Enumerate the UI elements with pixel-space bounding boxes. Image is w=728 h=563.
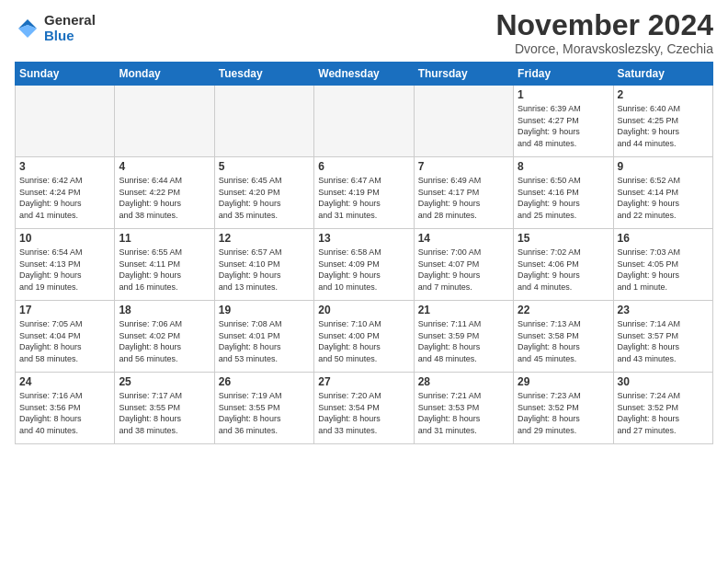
day-info: Sunrise: 6:49 AM Sunset: 4:17 PM Dayligh…: [418, 175, 509, 221]
day-number: 19: [219, 304, 310, 316]
day-number: 15: [518, 232, 609, 245]
calendar-cell: 11Sunrise: 6:55 AM Sunset: 4:11 PM Dayli…: [115, 229, 214, 301]
day-number: 4: [119, 160, 210, 173]
page: General Blue November 2024 Dvorce, Morav…: [0, 0, 728, 454]
day-info: Sunrise: 7:19 AM Sunset: 3:55 PM Dayligh…: [219, 390, 310, 436]
calendar-cell: 22Sunrise: 7:13 AM Sunset: 3:58 PM Dayli…: [514, 301, 613, 373]
day-number: 29: [518, 375, 609, 388]
day-info: Sunrise: 7:13 AM Sunset: 3:58 PM Dayligh…: [518, 318, 609, 364]
day-number: 11: [119, 232, 210, 245]
day-number: 1: [518, 88, 609, 101]
day-info: Sunrise: 7:21 AM Sunset: 3:53 PM Dayligh…: [418, 390, 509, 436]
day-number: 24: [19, 375, 110, 388]
day-info: Sunrise: 6:52 AM Sunset: 4:14 PM Dayligh…: [618, 175, 709, 221]
day-info: Sunrise: 6:54 AM Sunset: 4:13 PM Dayligh…: [19, 247, 110, 293]
day-number: 26: [219, 375, 310, 388]
logo-line1: General: [44, 13, 96, 29]
calendar-cell: 18Sunrise: 7:06 AM Sunset: 4:02 PM Dayli…: [115, 301, 214, 373]
day-number: 9: [618, 160, 709, 173]
day-info: Sunrise: 7:02 AM Sunset: 4:06 PM Dayligh…: [518, 247, 609, 293]
day-info: Sunrise: 7:03 AM Sunset: 4:05 PM Dayligh…: [618, 247, 709, 293]
day-info: Sunrise: 7:24 AM Sunset: 3:52 PM Dayligh…: [618, 390, 709, 436]
day-number: 12: [219, 232, 310, 245]
day-number: 18: [119, 304, 210, 316]
day-number: 20: [318, 304, 409, 316]
day-number: 21: [418, 304, 509, 316]
day-number: 14: [418, 232, 509, 245]
calendar-cell: 1Sunrise: 6:39 AM Sunset: 4:27 PM Daylig…: [514, 86, 613, 157]
calendar-cell: 13Sunrise: 6:58 AM Sunset: 4:09 PM Dayli…: [314, 229, 414, 301]
day-info: Sunrise: 7:08 AM Sunset: 4:01 PM Dayligh…: [219, 318, 310, 364]
day-number: 13: [318, 232, 409, 245]
calendar-cell: 26Sunrise: 7:19 AM Sunset: 3:55 PM Dayli…: [214, 373, 313, 444]
calendar-cell: 15Sunrise: 7:02 AM Sunset: 4:06 PM Dayli…: [514, 229, 613, 301]
calendar-table: Sunday Monday Tuesday Wednesday Thursday…: [15, 62, 713, 444]
day-number: 23: [618, 304, 709, 316]
day-info: Sunrise: 7:10 AM Sunset: 4:00 PM Dayligh…: [318, 318, 409, 364]
header-tuesday: Tuesday: [214, 63, 313, 86]
day-info: Sunrise: 6:55 AM Sunset: 4:11 PM Dayligh…: [119, 247, 210, 293]
calendar-cell: 3Sunrise: 6:42 AM Sunset: 4:24 PM Daylig…: [16, 157, 115, 229]
calendar-cell: 30Sunrise: 7:24 AM Sunset: 3:52 PM Dayli…: [613, 373, 712, 444]
location-subtitle: Dvorce, Moravskoslezsky, Czechia: [495, 41, 713, 56]
day-number: 17: [19, 304, 110, 316]
day-info: Sunrise: 6:40 AM Sunset: 4:25 PM Dayligh…: [618, 103, 709, 149]
day-info: Sunrise: 7:17 AM Sunset: 3:55 PM Dayligh…: [119, 390, 210, 436]
month-title: November 2024: [495, 9, 713, 41]
logo: General Blue: [15, 13, 96, 43]
day-number: 28: [418, 375, 509, 388]
day-number: 10: [19, 232, 110, 245]
day-number: 16: [618, 232, 709, 245]
calendar-cell: 21Sunrise: 7:11 AM Sunset: 3:59 PM Dayli…: [414, 301, 513, 373]
day-info: Sunrise: 7:14 AM Sunset: 3:57 PM Dayligh…: [618, 318, 709, 364]
header-thursday: Thursday: [414, 63, 513, 86]
day-info: Sunrise: 7:06 AM Sunset: 4:02 PM Dayligh…: [119, 318, 210, 364]
day-info: Sunrise: 6:42 AM Sunset: 4:24 PM Dayligh…: [19, 175, 110, 221]
calendar-cell: 16Sunrise: 7:03 AM Sunset: 4:05 PM Dayli…: [613, 229, 712, 301]
day-number: 2: [618, 88, 709, 101]
title-block: November 2024 Dvorce, Moravskoslezsky, C…: [495, 9, 713, 56]
calendar-cell: 5Sunrise: 6:45 AM Sunset: 4:20 PM Daylig…: [214, 157, 313, 229]
calendar-row-5: 24Sunrise: 7:16 AM Sunset: 3:56 PM Dayli…: [16, 373, 713, 444]
calendar-cell: 24Sunrise: 7:16 AM Sunset: 3:56 PM Dayli…: [16, 373, 115, 444]
header: General Blue November 2024 Dvorce, Morav…: [15, 9, 713, 56]
day-number: 8: [518, 160, 609, 173]
logo-line2: Blue: [44, 29, 96, 44]
day-number: 22: [518, 304, 609, 316]
calendar-cell: [414, 86, 513, 157]
day-number: 30: [618, 375, 709, 388]
day-info: Sunrise: 6:58 AM Sunset: 4:09 PM Dayligh…: [318, 247, 409, 293]
day-info: Sunrise: 6:39 AM Sunset: 4:27 PM Dayligh…: [518, 103, 609, 149]
day-info: Sunrise: 7:23 AM Sunset: 3:52 PM Dayligh…: [518, 390, 609, 436]
header-monday: Monday: [115, 63, 214, 86]
day-number: 6: [318, 160, 409, 173]
calendar-cell: 19Sunrise: 7:08 AM Sunset: 4:01 PM Dayli…: [214, 301, 313, 373]
calendar-cell: 25Sunrise: 7:17 AM Sunset: 3:55 PM Dayli…: [115, 373, 214, 444]
day-info: Sunrise: 6:57 AM Sunset: 4:10 PM Dayligh…: [219, 247, 310, 293]
calendar-cell: 29Sunrise: 7:23 AM Sunset: 3:52 PM Dayli…: [514, 373, 613, 444]
day-number: 7: [418, 160, 509, 173]
calendar-cell: 7Sunrise: 6:49 AM Sunset: 4:17 PM Daylig…: [414, 157, 513, 229]
day-info: Sunrise: 7:20 AM Sunset: 3:54 PM Dayligh…: [318, 390, 409, 436]
calendar-row-4: 17Sunrise: 7:05 AM Sunset: 4:04 PM Dayli…: [16, 301, 713, 373]
calendar-row-1: 1Sunrise: 6:39 AM Sunset: 4:27 PM Daylig…: [16, 86, 713, 157]
calendar-cell: 17Sunrise: 7:05 AM Sunset: 4:04 PM Dayli…: [16, 301, 115, 373]
day-number: 25: [119, 375, 210, 388]
day-info: Sunrise: 7:16 AM Sunset: 3:56 PM Dayligh…: [19, 390, 110, 436]
calendar-cell: 2Sunrise: 6:40 AM Sunset: 4:25 PM Daylig…: [613, 86, 712, 157]
header-wednesday: Wednesday: [314, 63, 414, 86]
calendar-row-2: 3Sunrise: 6:42 AM Sunset: 4:24 PM Daylig…: [16, 157, 713, 229]
header-friday: Friday: [514, 63, 613, 86]
calendar-cell: 14Sunrise: 7:00 AM Sunset: 4:07 PM Dayli…: [414, 229, 513, 301]
calendar-cell: 20Sunrise: 7:10 AM Sunset: 4:00 PM Dayli…: [314, 301, 414, 373]
calendar-cell: 23Sunrise: 7:14 AM Sunset: 3:57 PM Dayli…: [613, 301, 712, 373]
calendar-cell: [115, 86, 214, 157]
calendar-cell: 6Sunrise: 6:47 AM Sunset: 4:19 PM Daylig…: [314, 157, 414, 229]
calendar-cell: 8Sunrise: 6:50 AM Sunset: 4:16 PM Daylig…: [514, 157, 613, 229]
day-info: Sunrise: 7:00 AM Sunset: 4:07 PM Dayligh…: [418, 247, 509, 293]
weekday-header-row: Sunday Monday Tuesday Wednesday Thursday…: [16, 63, 713, 86]
day-number: 3: [19, 160, 110, 173]
day-info: Sunrise: 6:50 AM Sunset: 4:16 PM Dayligh…: [518, 175, 609, 221]
day-info: Sunrise: 6:44 AM Sunset: 4:22 PM Dayligh…: [119, 175, 210, 221]
calendar-cell: 28Sunrise: 7:21 AM Sunset: 3:53 PM Dayli…: [414, 373, 513, 444]
